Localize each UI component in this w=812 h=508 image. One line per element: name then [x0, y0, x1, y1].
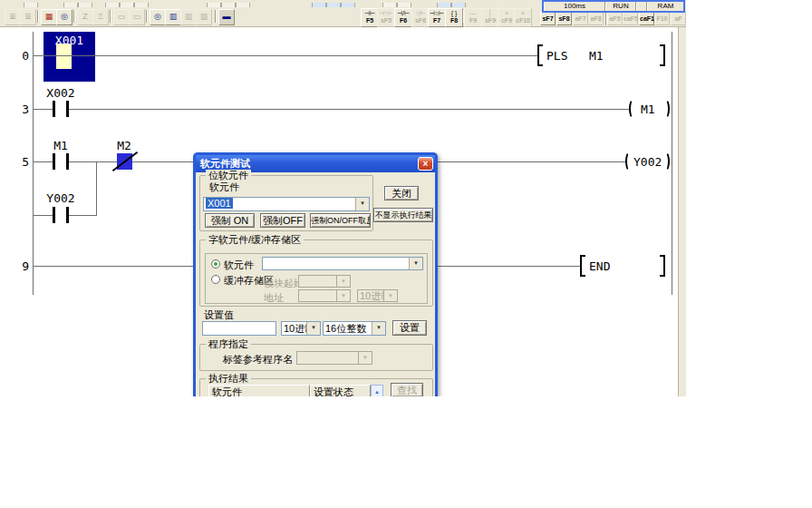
chevron-down-icon[interactable]: ▼ — [409, 258, 422, 269]
toolbar-separator — [73, 10, 75, 23]
instruction-icon: { } — [446, 9, 462, 17]
force-on-button[interactable]: 强制 ON — [205, 213, 255, 228]
group-legend: 字软元件/缓冲存储区 — [206, 234, 304, 245]
label-ref-combo: ▼ — [296, 351, 372, 365]
instruction-operand[interactable]: M1 — [589, 49, 604, 63]
list-mode-icon[interactable]: Ξ — [92, 9, 109, 25]
hline-f9-button[interactable]: —F9 — [464, 8, 482, 27]
coil-open-paren — [629, 99, 637, 119]
label-ref-label: 标签参考程序名 — [223, 353, 293, 366]
zoom-mode-icon[interactable]: Z — [77, 9, 93, 25]
coil-f7-button[interactable]: ⊣○⊢F7 — [428, 8, 446, 27]
bit-device-value: X001 — [206, 198, 233, 209]
set-value-input[interactable] — [202, 321, 276, 336]
contact-gap — [55, 153, 66, 170]
shortcut-af7-button[interactable]: aF7 — [573, 12, 588, 25]
shortcut-caf10-button[interactable]: caF10 — [639, 12, 654, 25]
hide-results-button[interactable]: 不显示执行结果 — [373, 208, 433, 222]
contact-closed-pulse-sf6-button[interactable]: ↑/⊢sF6 — [411, 8, 430, 27]
shortcut-sf8-button[interactable]: sF8 — [556, 12, 572, 25]
shortcut-af-button[interactable]: aF — [671, 12, 686, 25]
close-icon[interactable]: × — [418, 157, 433, 171]
grid-icon[interactable]: ▥ — [196, 9, 212, 25]
coil-close-paren — [662, 151, 670, 171]
contact-label: X002 — [36, 86, 85, 100]
right-power-rail — [672, 32, 672, 295]
grid-icon[interactable]: ▥ — [165, 9, 181, 25]
contact-open-pulse-sf5-button[interactable]: ⊣↑⊢sF5 — [377, 8, 395, 27]
contact-bar[interactable] — [66, 153, 69, 170]
contact-closed-icon: ⊣/⊢ — [395, 9, 411, 17]
shortcut-af5-button[interactable]: aF5 — [607, 12, 623, 25]
grid-icon[interactable]: ▥ — [180, 9, 197, 25]
coil-operand[interactable]: M1 — [641, 103, 655, 116]
group-legend: 位软元件 — [206, 170, 251, 181]
format-combo[interactable]: 16位整数 ▼ — [323, 321, 386, 336]
device-find-icon[interactable]: ◎ — [150, 9, 166, 25]
edit-lines-icon[interactable]: ≣ — [20, 9, 36, 25]
icon-glyph: Z — [82, 12, 88, 21]
shortcut-caf5-button[interactable]: caF5 — [623, 12, 638, 25]
monitor-zoom-icon[interactable]: ◎ — [56, 9, 72, 25]
result-col-status[interactable]: 设置状态 — [310, 385, 371, 396]
address-combo: ▼ — [298, 289, 351, 302]
close-button[interactable]: 关闭 — [384, 186, 419, 200]
rung0-wire — [33, 55, 537, 56]
delete-vline-cf10-button[interactable]: ×cF10 — [514, 8, 532, 27]
force-off-button[interactable]: 强制OFF — [260, 213, 305, 228]
buffer-memory-radio[interactable] — [211, 275, 220, 284]
device-label: 软元件 — [209, 181, 239, 194]
chevron-down-icon: ▼ — [336, 290, 350, 301]
instruction-mnemonic[interactable]: END — [589, 259, 610, 273]
result-col-device[interactable]: 软元件 — [208, 385, 310, 396]
coil-icon: ⊣○⊢ — [429, 9, 445, 17]
delete-line-icon: × — [515, 9, 531, 17]
window-icon[interactable]: ▭ — [113, 9, 130, 25]
chevron-down-icon[interactable]: ▼ — [372, 322, 385, 335]
force-toggle-button[interactable]: 强制ON/OFF取反 — [310, 213, 371, 228]
contact-open-f5-button[interactable]: ⊣⊢F5 — [361, 8, 379, 27]
vline-sf9-button[interactable]: │sF9 — [481, 8, 499, 27]
toolbar-separator — [215, 10, 217, 23]
scroll-up-icon[interactable]: ▲ — [371, 385, 383, 396]
module-start-combo: ▼ — [298, 275, 351, 288]
contact-label: M2 — [100, 139, 149, 152]
delete-hline-cf9-button[interactable]: ×cF9 — [498, 8, 516, 27]
screen-toggle-icon[interactable]: ▬ — [218, 9, 235, 25]
word-device-combo[interactable]: ▼ — [262, 257, 423, 270]
contact-bar[interactable] — [66, 207, 69, 223]
window-icon[interactable]: ▭ — [129, 9, 145, 25]
instruction-mnemonic[interactable]: PLS — [546, 49, 567, 63]
instruction-f8-button[interactable]: { }F8 — [445, 8, 463, 27]
bit-device-combo[interactable]: X001 ▼ — [203, 197, 370, 211]
shortcut-f10-button[interactable]: F10 — [654, 12, 670, 25]
shortcut-af8-button[interactable]: aF8 — [588, 12, 604, 25]
set-button[interactable]: 设置 — [392, 320, 427, 336]
contact-bar[interactable] — [53, 207, 55, 223]
ladder-monitor-icon[interactable]: ▦ — [41, 9, 57, 25]
group-legend: 执行结果 — [206, 373, 251, 384]
icon-glyph: ▦ — [45, 12, 53, 21]
icon-glyph: ≣ — [9, 12, 16, 21]
chevron-down-icon[interactable]: ▼ — [306, 322, 320, 335]
contact-bar[interactable] — [53, 153, 55, 170]
find-button[interactable]: 查找 — [391, 383, 423, 396]
icon-glyph: ◎ — [154, 12, 161, 21]
contact-x001-on-state[interactable] — [56, 44, 72, 69]
base-combo[interactable]: 10进制 ▼ — [281, 321, 321, 336]
scan-time-value: 100ms — [544, 2, 605, 11]
edit-lines-icon[interactable]: ≣ — [5, 9, 21, 25]
left-power-rail — [33, 32, 34, 295]
shortcut-sf7-button[interactable]: sF7 — [540, 12, 556, 25]
plc-status-palette[interactable]: 100ms RUN RAM — [542, 0, 685, 13]
contact-bar[interactable] — [53, 101, 55, 117]
icon-glyph: ▬ — [223, 12, 231, 21]
chevron-down-icon: ▼ — [383, 290, 397, 301]
word-device-radio[interactable] — [211, 259, 220, 269]
icon-glyph: ▥ — [169, 12, 178, 21]
chevron-down-icon[interactable]: ▼ — [355, 198, 369, 210]
format-value: 16位整数 — [325, 323, 366, 334]
contact-bar[interactable] — [66, 101, 69, 117]
contact-closed-f6-button[interactable]: ⊣/⊢F6 — [394, 8, 412, 27]
coil-operand[interactable]: Y002 — [633, 155, 662, 169]
